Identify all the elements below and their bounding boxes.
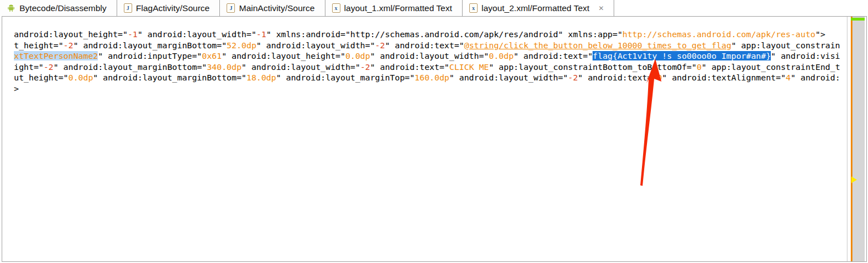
code-token: android:layout_height=" [14, 29, 128, 39]
code-line: xtTextPersonName2" android:inputType="0x… [14, 50, 847, 62]
code-token: -2 [43, 62, 53, 72]
code-token: 0.0dp [68, 73, 93, 82]
code-token: " android:layout_marginBottom=" [53, 62, 207, 72]
tab-label: MainActivity/Source [239, 3, 314, 13]
code-token: " app:layout_constraintEnd_t [701, 62, 840, 72]
tab-bar: Bytecode/DisassemblyJFlagActivity/Source… [0, 0, 868, 16]
code-token: t_height=" [14, 41, 63, 50]
code-token: xtTextPersonName2 [14, 51, 98, 60]
code-token: " app:layout_constrain [731, 41, 840, 50]
code-token: " android:layout_width=" [242, 62, 360, 72]
code-line: ight="-2" android:layout_marginBottom="3… [14, 62, 847, 73]
xml-file-icon: x [469, 3, 478, 13]
code-token: 52.0dp [227, 41, 256, 50]
tab-layout2[interactable]: xlayout_2.xml/Formatted Text✕ [463, 0, 614, 16]
code-token: > [14, 84, 19, 93]
tab-layout1[interactable]: xlayout_1.xml/Formatted Text [325, 0, 463, 16]
code-lines: android:layout_height="-1" android:layou… [14, 29, 847, 94]
code-token: 0x61 [202, 51, 222, 60]
code-token: " android:layout_height=" [222, 51, 345, 60]
tab-bytecode[interactable]: Bytecode/Disassembly [0, 0, 117, 16]
code-token: "> [815, 29, 825, 39]
code-token: " app:layout_constraintBottom_toBottomOf… [489, 62, 696, 72]
overview-ruler-status-green [851, 18, 865, 21]
code-token: -1 [257, 29, 267, 39]
code-token: " android:layout_width=" [257, 41, 375, 50]
android-icon [7, 4, 16, 13]
code-token: 18.0dp [247, 73, 276, 82]
tab-flagactivity[interactable]: JFlagActivity/Source [117, 0, 220, 16]
tab-label: Bytecode/Disassembly [19, 3, 107, 13]
code-token: 340.0dp [207, 62, 241, 72]
code-token: -2 [568, 73, 578, 82]
code-token: ut_height=" [14, 73, 68, 82]
code-token: " android:layout_marginBottom=" [93, 73, 247, 82]
code-token: CLICK ME [449, 62, 489, 72]
code-line: t_height="-2" android:layout_marginBotto… [14, 40, 847, 51]
code-editor[interactable]: android:layout_height="-1" android:layou… [2, 17, 847, 261]
code-token: " xmlns:android="http://schemas.android.… [266, 29, 622, 39]
tab-label: layout_1.xml/Formatted Text [344, 3, 452, 13]
code-token: 0.0dp [345, 51, 370, 60]
code-token: " android:text=" [514, 51, 593, 60]
tab-close-icon[interactable]: ✕ [598, 4, 604, 12]
code-token: http://schemas.android.com/apk/res-auto [623, 29, 815, 39]
tab-label: layout_2.xml/Formatted Text [481, 3, 589, 13]
code-line: > [14, 83, 847, 94]
overview-ruler-orange-line [851, 17, 852, 261]
code-line: ut_height="0.0dp" android:layout_marginB… [14, 72, 847, 83]
code-token: " android:text=" [370, 62, 449, 72]
code-token: " android:text=" [385, 41, 464, 50]
overview-ruler-track [852, 17, 865, 261]
code-token: -1 [128, 29, 138, 39]
code-token: " android:visi [771, 51, 840, 60]
xml-file-icon: x [332, 3, 340, 13]
code-token: 4 [786, 73, 791, 82]
overview-ruler[interactable] [847, 17, 866, 261]
selected-flag-text: flag{Act1v1ty_!s_so00oo0o_Impor#an#} [593, 51, 771, 60]
tab-label: FlagActivity/Source [136, 3, 210, 13]
code-token: " android:inputType=" [98, 51, 202, 60]
code-token: " android:layout_marginTop=" [276, 73, 414, 82]
code-token: " android:layout_width=" [449, 73, 568, 82]
code-token: -2 [63, 41, 73, 50]
code-token: -2 [375, 41, 385, 50]
code-token: " android:layout_width=" [138, 29, 257, 39]
editor-frame: android:layout_height="-1" android:layou… [2, 16, 867, 262]
code-token: " android:text=" [578, 73, 658, 82]
code-token: 0 [657, 73, 662, 82]
code-token: " android:textAlignment=" [662, 73, 786, 82]
overview-ruler-yellow-marker[interactable] [851, 176, 857, 183]
code-token: 160.0dp [415, 73, 449, 82]
code-token: " android:layout_width=" [370, 51, 489, 60]
code-token: ight=" [14, 62, 43, 72]
java-file-icon: J [227, 3, 235, 13]
code-token: 0.0dp [489, 51, 514, 60]
code-token: -2 [360, 62, 370, 72]
code-line: android:layout_height="-1" android:layou… [14, 29, 847, 40]
java-file-icon: J [124, 3, 132, 13]
code-token: " android: [791, 73, 840, 82]
code-token: " android:layout_marginBottom=" [73, 41, 227, 50]
code-token: @string/click_the_button_below_10000_tim… [464, 41, 731, 50]
tab-mainactivity[interactable]: JMainActivity/Source [220, 0, 325, 16]
